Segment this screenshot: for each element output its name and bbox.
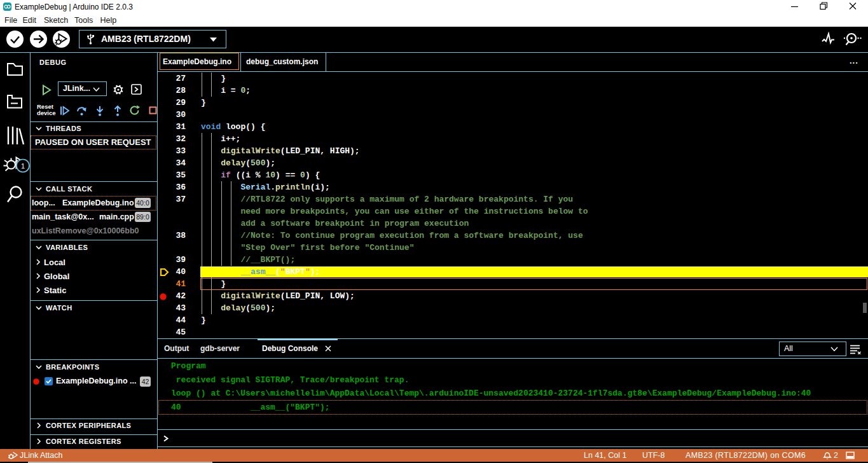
svg-text:1: 1 — [21, 162, 25, 170]
